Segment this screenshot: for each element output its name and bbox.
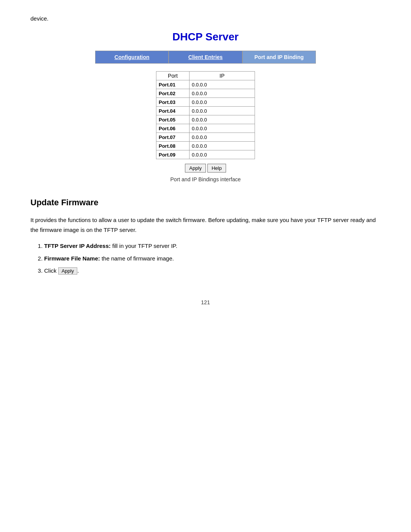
dhcp-title: DHCP Server <box>30 31 381 43</box>
port-label-0: Port.01 <box>156 80 190 89</box>
page-number: 121 <box>30 299 381 305</box>
step2-text: the name of firmware image. <box>100 255 174 262</box>
ip-field-1[interactable] <box>189 89 255 98</box>
tab-port-ip-binding[interactable]: Port and IP Binding <box>242 51 316 64</box>
help-button[interactable]: Help <box>207 164 226 173</box>
ip-input-6[interactable] <box>192 134 230 140</box>
port-label-8: Port.09 <box>156 150 190 159</box>
step3-suffix: . <box>77 267 79 274</box>
step1-text: fill in your TFTP server IP. <box>111 243 177 249</box>
table-buttons-row: Apply Help <box>30 164 381 173</box>
update-firmware-title: Update Firmware <box>30 198 381 208</box>
step3-apply-button[interactable]: Apply <box>58 267 78 275</box>
step2-bold: Firmware File Name: <box>44 255 100 262</box>
port-label-2: Port.03 <box>156 98 190 107</box>
table-row: Port.01 <box>156 80 255 89</box>
port-label-1: Port.02 <box>156 89 190 98</box>
caption-text: Port and IP Bindings interface <box>30 176 381 182</box>
ip-field-6[interactable] <box>189 133 255 142</box>
apply-button[interactable]: Apply <box>185 164 206 173</box>
step-3: Click Apply. <box>44 265 381 276</box>
table-row: Port.08 <box>156 142 255 150</box>
ip-field-2[interactable] <box>189 98 255 107</box>
step3-prefix: Click <box>44 267 58 274</box>
col-port-header: Port <box>156 72 190 80</box>
ip-input-5[interactable] <box>192 126 230 131</box>
ip-field-5[interactable] <box>189 124 255 133</box>
ip-input-3[interactable] <box>192 108 230 114</box>
port-ip-table-wrapper: Port IP Port.01Port.02Port.03Port.04Port… <box>30 71 381 159</box>
ip-field-4[interactable] <box>189 115 255 124</box>
table-row: Port.09 <box>156 150 255 159</box>
tab-configuration[interactable]: Configuration <box>95 51 169 64</box>
ip-field-7[interactable] <box>189 142 255 150</box>
step-1: TFTP Server IP Address: fill in your TFT… <box>44 241 381 252</box>
table-row: Port.05 <box>156 115 255 124</box>
port-label-6: Port.07 <box>156 133 190 142</box>
col-ip-header: IP <box>189 72 255 80</box>
steps-list: TFTP Server IP Address: fill in your TFT… <box>30 241 381 276</box>
table-row: Port.07 <box>156 133 255 142</box>
table-row: Port.02 <box>156 89 255 98</box>
tab-client-entries[interactable]: Client Entries <box>169 51 242 64</box>
table-row: Port.03 <box>156 98 255 107</box>
intro-paragraph: device. <box>30 15 49 22</box>
step1-bold: TFTP Server IP Address: <box>44 243 111 249</box>
ip-input-2[interactable] <box>192 99 230 105</box>
table-row: Port.06 <box>156 124 255 133</box>
ip-input-8[interactable] <box>192 152 230 158</box>
ip-input-4[interactable] <box>192 117 230 123</box>
intro-text: device. <box>30 15 381 22</box>
firmware-description: It provides the functions to allow a use… <box>30 215 381 235</box>
port-label-4: Port.05 <box>156 115 190 124</box>
dhcp-section: DHCP Server Configuration Client Entries… <box>30 31 381 182</box>
port-ip-table: Port IP Port.01Port.02Port.03Port.04Port… <box>156 71 255 159</box>
ip-field-8[interactable] <box>189 150 255 159</box>
tabs-container: Configuration Client Entries Port and IP… <box>95 51 316 64</box>
table-row: Port.04 <box>156 107 255 115</box>
ip-field-3[interactable] <box>189 107 255 115</box>
port-label-7: Port.08 <box>156 142 190 150</box>
ip-input-1[interactable] <box>192 91 230 96</box>
step-2: Firmware File Name: the name of firmware… <box>44 253 381 264</box>
port-label-3: Port.04 <box>156 107 190 115</box>
update-firmware-section: Update Firmware It provides the function… <box>30 198 381 276</box>
port-label-5: Port.06 <box>156 124 190 133</box>
ip-field-0[interactable] <box>189 80 255 89</box>
ip-input-0[interactable] <box>192 82 230 88</box>
ip-input-7[interactable] <box>192 143 230 149</box>
